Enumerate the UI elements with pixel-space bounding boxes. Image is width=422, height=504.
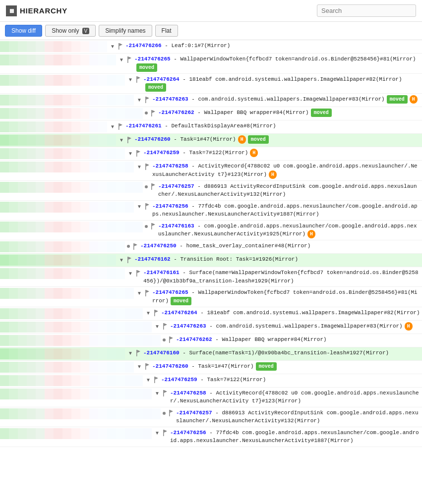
tree-row[interactable]: -2147476163 - com.google.android.apps.ne… — [0, 221, 422, 241]
indent-col — [116, 162, 125, 172]
svg-marker-27 — [128, 257, 132, 260]
tree-row[interactable]: -2147476262 - Wallpaper BBQ wrapper#84(M… — [0, 334, 422, 347]
indent-col — [98, 428, 107, 439]
tree-row[interactable]: -2147476258 - ActivityRecord{4788c02 u0 … — [0, 388, 422, 407]
indent-col — [107, 268, 116, 279]
indent-col — [125, 322, 134, 333]
indent-col — [62, 428, 71, 439]
indent-col — [0, 108, 9, 119]
tree-row[interactable]: -2147476259 - Task=7#122(Mirror) — [0, 374, 422, 388]
indent-col — [107, 428, 116, 439]
show-only-badge: V — [82, 28, 90, 34]
tree-toggle[interactable] — [136, 203, 143, 210]
indent-col — [0, 322, 9, 333]
indent-col — [62, 389, 71, 399]
tree-toggle[interactable] — [145, 310, 152, 317]
node-label: - Task=7#122(Mirror) — [180, 150, 248, 156]
tree-row[interactable]: -2147476160 - Surface(name=Task=1)/@0x90… — [0, 347, 422, 361]
tree-toggle[interactable] — [136, 289, 143, 296]
tree-toggle[interactable] — [136, 163, 143, 170]
tree-toggle[interactable] — [136, 96, 143, 103]
tree-row[interactable]: -2147476265 - WallpaperWindowToken{fcfbc… — [0, 287, 422, 307]
indent-col — [45, 41, 54, 52]
node-label: - com.android.systemui.wallpapers.ImageW… — [188, 96, 385, 102]
indent-col — [62, 162, 71, 172]
tree-row[interactable]: -2147476263 - com.android.systemui.wallp… — [0, 321, 422, 334]
tree-row[interactable]: -2147476266 - Leaf:0:1#7(Mirror) — [0, 40, 422, 54]
row-content: -2147476260 - Task=1#47(Mirror)moved — [134, 362, 422, 371]
svg-marker-31 — [146, 290, 150, 293]
tree-row[interactable]: -2147476259 - Task=7#122(Mirror)H — [0, 147, 422, 161]
tree-toggle[interactable] — [136, 363, 143, 370]
indent-col — [89, 362, 98, 373]
tree-toggle[interactable] — [154, 430, 161, 437]
tree-toggle[interactable] — [109, 123, 116, 130]
node-text: -2147476259 - Task=7#122(Mirror)H — [143, 149, 420, 157]
node-label: - Task=7#122(Mirror) — [197, 377, 266, 383]
indent-col — [134, 335, 143, 346]
indent-col — [107, 335, 116, 346]
node-label: - Wallpaper BBQ wrapper#84(Mirror) — [212, 336, 327, 342]
svg-rect-8 — [151, 110, 152, 116]
indent-col — [18, 308, 27, 319]
svg-rect-34 — [163, 323, 164, 330]
tree-toggle[interactable] — [154, 390, 161, 397]
tree-toggle[interactable] — [127, 150, 134, 157]
indent-col — [71, 95, 80, 106]
indent-col — [98, 108, 107, 119]
indent-col — [18, 135, 27, 146]
node-text: -2147476264 - 181eabf com.android.system… — [161, 309, 420, 317]
tree-row[interactable]: -2147476261 - DefaultTaskDisplayArea#8(M… — [0, 120, 422, 134]
tree-row[interactable]: -2147476264 - 181eabf com.android.system… — [0, 307, 422, 321]
indent-col — [9, 148, 18, 159]
indent-col — [36, 182, 45, 193]
search-input[interactable] — [317, 4, 416, 17]
tree-toggle[interactable] — [118, 56, 125, 63]
tree-row[interactable]: -2147476265 - WallpaperWindowToken{fcfbc… — [0, 54, 422, 74]
tree-row[interactable]: -2147476264 - 181eabf com.android.system… — [0, 74, 422, 94]
indent-col — [71, 108, 80, 119]
tree-toggle[interactable] — [154, 323, 161, 330]
tree-row[interactable]: -2147476263 - com.android.systemui.wallp… — [0, 94, 422, 107]
tree-row[interactable]: -2147476260 - Task=1#47(Mirror)Hmoved — [0, 134, 422, 147]
node-icon — [153, 377, 160, 384]
tree-row[interactable]: -2147476257 - d886913 ActivityRecordInpu… — [0, 181, 422, 201]
indent-col — [54, 135, 62, 146]
svg-marker-3 — [128, 56, 132, 59]
tree-toggle[interactable] — [118, 136, 125, 143]
node-label: - d886913 ActivityRecordInputSink com.go… — [176, 410, 419, 424]
tree-row[interactable]: -2147476260 - Task=1#47(Mirror)moved — [0, 361, 422, 374]
indent-col — [89, 241, 98, 252]
indent-col — [36, 121, 45, 132]
tree-toggle[interactable] — [109, 43, 116, 50]
node-id: -2147476262 — [158, 110, 194, 115]
tree-toggle[interactable] — [127, 76, 134, 83]
tree-toggle[interactable] — [127, 350, 134, 357]
indent-col — [125, 408, 134, 419]
svg-rect-2 — [127, 56, 128, 63]
show-diff-button[interactable]: Show diff — [5, 25, 42, 37]
tree-row[interactable]: -2147476262 - Wallpaper BBQ wrapper#84(M… — [0, 107, 422, 120]
node-icon — [168, 336, 175, 343]
tree-toggle[interactable] — [127, 270, 134, 277]
indent-col — [9, 162, 18, 172]
indent-col — [125, 108, 134, 119]
tree-row[interactable]: -2147476250 - home_task_overlay_containe… — [0, 240, 422, 254]
show-only-button[interactable]: Show only V — [45, 25, 96, 37]
tree-toggle[interactable] — [145, 377, 152, 384]
flat-button[interactable]: Flat — [155, 25, 178, 37]
tree-row[interactable]: -2147476161 - Surface(name=WallpaperWind… — [0, 267, 422, 287]
tree-row[interactable]: -2147476257 - d886913 ActivityRecordInpu… — [0, 407, 422, 427]
tree-row[interactable]: -2147476256 - 77fdc4b com.google.android… — [0, 201, 422, 221]
row-content: -2147476259 - Task=7#122(Mirror) — [143, 375, 422, 385]
node-id: -2147476265 — [152, 289, 188, 295]
tree-toggle[interactable] — [118, 256, 125, 263]
tree-row[interactable]: -2147476258 - ActivityRecord{4788c02 u0 … — [0, 161, 422, 181]
tree-row[interactable]: -2147476162 - Transition Root: Task=1#19… — [0, 254, 422, 267]
node-id: -2147476258 — [152, 163, 188, 169]
node-icon — [126, 256, 133, 263]
simplify-names-button[interactable]: Simplify names — [99, 25, 152, 37]
indent-col — [27, 182, 36, 193]
row-content: -2147476258 - ActivityRecord{4788c02 u0 … — [152, 389, 422, 406]
tree-row[interactable]: -2147476256 - 77fdc4b com.google.android… — [0, 427, 422, 447]
